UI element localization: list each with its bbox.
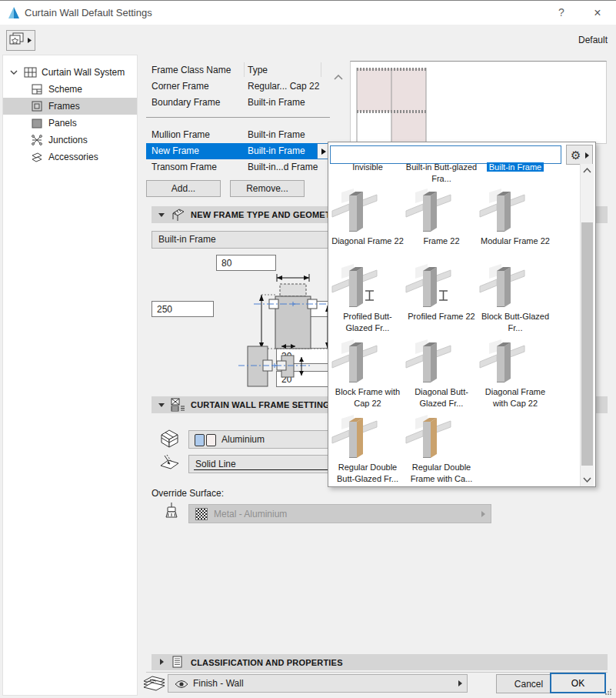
- override-surface-dropdown: Metal - Aluminium: [188, 504, 491, 523]
- accessories-icon: [31, 151, 43, 163]
- frame-class-type: Built-in Frame: [248, 143, 305, 159]
- table-row-new-frame[interactable]: New Frame Built-in Frame: [146, 143, 317, 159]
- popup-item-regular-double-frame-with-cap[interactable]: Regular Double Frame with Ca...: [405, 414, 478, 485]
- override-surface-value: Metal - Aluminium: [214, 505, 287, 523]
- arrow-right-icon: [321, 149, 326, 155]
- frame-class-name: Mullion Frame: [152, 127, 210, 143]
- resize-grip[interactable]: [604, 688, 612, 696]
- popup-item-label: Profiled Butt-Glazed Fr...: [331, 311, 405, 334]
- sidebar-item-accessories[interactable]: Accessories: [3, 149, 137, 165]
- app-logo-icon: [8, 6, 21, 19]
- popup-item-invisible[interactable]: Invisible: [331, 162, 405, 173]
- footer-separator: [146, 672, 608, 673]
- frame-class-name: Corner Frame: [152, 78, 209, 95]
- settings-tree: Curtain Wall System Scheme Frames Panels…: [2, 55, 138, 696]
- sidebar-item-label: Scheme: [48, 81, 82, 98]
- frame-class-type: Built-in Frame: [248, 127, 305, 143]
- remove-button[interactable]: Remove...: [230, 180, 305, 197]
- surface-swatch: [195, 508, 208, 520]
- section-title: NEW FRAME TYPE AND GEOMETRY: [191, 206, 342, 223]
- favorites-icon: [7, 31, 35, 50]
- frame-profile-thumbnail: [405, 188, 452, 234]
- frame-profile-thumbnail: [331, 263, 378, 309]
- collapse-triangle-icon[interactable]: [158, 403, 165, 407]
- building-material-value: Aluminium: [221, 431, 265, 448]
- popup-item-label: Regular Double Butt-Glazed Fr...: [331, 462, 405, 485]
- popup-item-label: Diagonal Frame 22: [331, 235, 405, 247]
- column-divider: [244, 62, 245, 77]
- popup-item-block-frame-with-cap-22[interactable]: Block Frame with Cap 22: [331, 339, 405, 409]
- sidebar-item-scheme[interactable]: Scheme: [3, 81, 137, 98]
- popup-item-label: Built-in Butt-glazed Fra...: [405, 162, 478, 185]
- left-depth-input[interactable]: [152, 301, 214, 317]
- sidebar-item-junctions[interactable]: Junctions: [3, 132, 137, 149]
- popup-item-label: Invisible: [331, 162, 405, 173]
- popup-scrollbar[interactable]: [580, 164, 594, 486]
- dialog-toolbar: Default: [0, 25, 616, 52]
- layer-dropdown[interactable]: Finish - Wall: [168, 674, 468, 693]
- arrow-right-icon: [585, 152, 589, 159]
- section-title: CLASSIFICATION AND PROPERTIES: [191, 654, 343, 671]
- frame-geometry-icon: [171, 208, 185, 222]
- popup-item-frame-22[interactable]: Frame 22: [405, 188, 478, 247]
- ok-button[interactable]: OK: [550, 673, 606, 693]
- section-classification-and-properties[interactable]: CLASSIFICATION AND PROPERTIES: [152, 654, 608, 670]
- default-favorite-label: Default: [578, 30, 608, 51]
- scrollbar-thumb[interactable]: [581, 222, 593, 466]
- popup-item-profiled-butt-glazed[interactable]: Profiled Butt-Glazed Fr...: [331, 263, 405, 334]
- popup-item-label: Diagonal Butt-Glazed Fr...: [405, 386, 478, 409]
- sidebar-item-frames[interactable]: Frames: [3, 98, 137, 115]
- help-icon[interactable]: ?: [551, 1, 572, 25]
- cap-width-input[interactable]: [216, 255, 276, 271]
- popup-item-diagonal-frame-with-cap-22[interactable]: Diagonal Frame with Cap 22: [478, 339, 552, 409]
- collapse-triangle-icon[interactable]: [160, 659, 164, 665]
- popup-item-profiled-frame-22[interactable]: Profiled Frame 22: [405, 263, 478, 322]
- frame-profile-thumbnail: [331, 188, 378, 234]
- frame-class-type: Built-in...d Frame: [248, 159, 318, 175]
- junctions-icon: [31, 134, 43, 146]
- curtain-wall-system-icon: [24, 66, 37, 78]
- sidebar-item-label: Panels: [48, 115, 77, 132]
- settings-gear-button[interactable]: ⚙: [566, 145, 593, 165]
- sidebar-item-panels[interactable]: Panels: [3, 115, 137, 132]
- add-button[interactable]: Add...: [146, 180, 221, 197]
- title-bar: Curtain Wall Default Settings ? ×: [0, 1, 616, 25]
- arrow-right-icon: [458, 680, 462, 686]
- popup-item-built-in-butt-glazed[interactable]: Built-in Butt-glazed Fra...: [405, 162, 478, 185]
- table-row-boundary-frame[interactable]: Boundary Frame Built-in Frame: [146, 95, 317, 111]
- popup-item-modular-frame-22[interactable]: Modular Frame 22: [478, 188, 552, 247]
- eye-icon: [175, 680, 188, 689]
- curtain-wall-settings-dialog: { "window": { "title": "Curtain Wall Def…: [0, 0, 616, 698]
- glazing-section-diagram: [237, 342, 315, 392]
- scrollbar-up-icon[interactable]: [581, 164, 594, 178]
- arrow-right-icon: [481, 511, 485, 517]
- popup-item-block-butt-glazed[interactable]: Block Butt-Glazed Fr...: [478, 263, 552, 334]
- frame-profile-thumbnail: [331, 414, 378, 460]
- popup-item-regular-double-butt-glazed[interactable]: Regular Double Butt-Glazed Fr...: [331, 414, 405, 485]
- window-title: Curtain Wall Default Settings: [25, 1, 152, 25]
- override-surface-label: Override Surface:: [152, 488, 224, 500]
- material-swatch-cut: [195, 434, 205, 446]
- preview-scroll-up-icon[interactable]: [334, 75, 343, 81]
- curtain-wall-preview[interactable]: [350, 61, 607, 144]
- popup-item-label: Frame 22: [405, 235, 478, 247]
- gear-icon: ⚙: [571, 148, 581, 162]
- popup-item-diagonal-frame-22[interactable]: Diagonal Frame 22: [331, 188, 405, 247]
- popup-item-diagonal-butt-glazed[interactable]: Diagonal Butt-Glazed Fr...: [405, 339, 478, 409]
- tree-root-curtain-wall-system[interactable]: Curtain Wall System: [3, 64, 137, 81]
- scrollbar-down-icon[interactable]: [581, 473, 594, 486]
- table-row-corner-frame[interactable]: Corner Frame Regular... Cap 22: [146, 78, 317, 95]
- building-material-icon: [159, 428, 180, 449]
- table-row-mullion-frame[interactable]: Mullion Frame Built-in Frame: [146, 127, 317, 143]
- collapse-triangle-icon[interactable]: [158, 213, 165, 217]
- frame-settings-icon: [171, 398, 185, 412]
- sidebar-item-label: Accessories: [48, 149, 98, 165]
- favorites-button[interactable]: [6, 30, 35, 51]
- chevron-down-icon[interactable]: [10, 70, 18, 75]
- table-row-transom-frame[interactable]: Transom Frame Built-in...d Frame: [146, 159, 317, 175]
- popup-item-built-in-frame[interactable]: Built-in Frame: [478, 162, 552, 173]
- sidebar-item-label: Frames: [48, 98, 80, 115]
- close-icon[interactable]: ×: [584, 1, 611, 25]
- frame-profile-thumbnail: [331, 339, 378, 385]
- frame-class-name: Boundary Frame: [152, 95, 220, 111]
